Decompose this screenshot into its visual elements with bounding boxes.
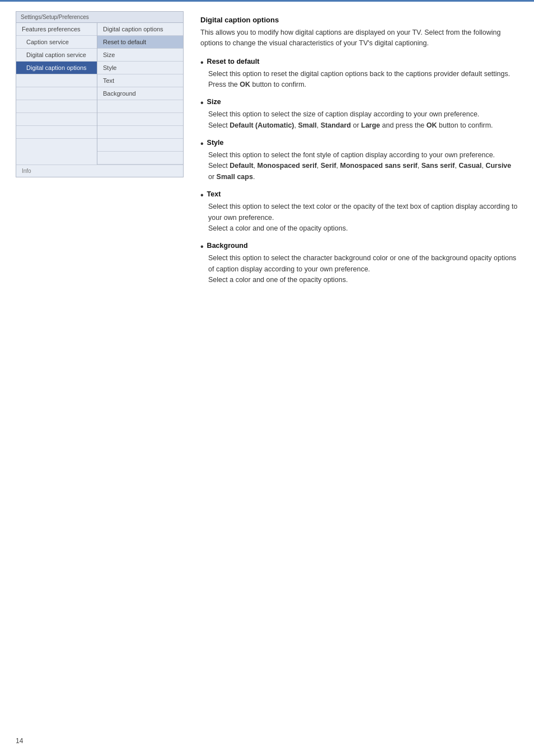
bullet-label-style: Style [207, 139, 224, 147]
menu-left-column: Features preferences Caption service Dig… [16, 23, 97, 165]
bullet-background: • Background Select this option to selec… [200, 242, 518, 285]
bullet-label-size: Size [207, 98, 221, 106]
bullet-size: • Size Select this option to select the … [200, 98, 518, 131]
menu-right-item-size[interactable]: Size [97, 49, 183, 62]
menu-right-empty-1 [97, 100, 183, 113]
menu-info: Info [16, 165, 183, 177]
left-menu-panel: Settings/Setup/Preferences Features pref… [16, 11, 184, 293]
bullet-body-text: Select this option to select the text co… [208, 201, 518, 234]
menu-item-features[interactable]: Features preferences [16, 23, 97, 36]
bullet-dot-1: • [200, 58, 204, 67]
menu-right-empty-2 [97, 113, 183, 126]
bullet-dot-5: • [200, 242, 204, 251]
bullet-body-size: Select this option to select the size of… [208, 109, 518, 131]
menu-item-empty-4 [16, 113, 97, 126]
menu-right-item-background[interactable]: Background [97, 87, 183, 100]
page-title: Digital caption options [200, 16, 518, 24]
bullet-dot-2: • [200, 98, 204, 107]
bullet-body-reset: Select this option to reset the digital … [208, 69, 518, 91]
menu-item-digital-caption-options[interactable]: Digital caption options [16, 62, 97, 74]
bullet-dot-4: • [200, 191, 204, 200]
bullet-text: • Text Select this option to select the … [200, 190, 518, 234]
bullet-label-background: Background [207, 242, 248, 250]
bullet-label-reset: Reset to default [207, 58, 260, 65]
menu-right-empty-5 [97, 152, 183, 165]
page-number: 14 [16, 737, 23, 745]
top-border-line [0, 0, 534, 2]
bullet-body-background: Select this option to select the charact… [208, 253, 518, 285]
menu-item-empty-2 [16, 87, 97, 100]
menu-item-caption-service[interactable]: Caption service [16, 36, 97, 49]
menu-right-column: Digital caption options Reset to default… [97, 23, 183, 165]
right-content-panel: Digital caption options This allows you … [200, 11, 518, 293]
menu-box: Settings/Setup/Preferences Features pref… [16, 11, 184, 177]
menu-item-empty-1 [16, 74, 97, 87]
menu-item-empty-5 [16, 126, 97, 139]
menu-right-item-reset[interactable]: Reset to default [97, 36, 183, 49]
intro-paragraph: This allows you to modify how digital ca… [200, 27, 518, 49]
menu-breadcrumb: Settings/Setup/Preferences [16, 12, 183, 23]
menu-item-empty-3 [16, 100, 97, 113]
menu-right-item-text[interactable]: Text [97, 74, 183, 87]
menu-right-item-digital-caption-options[interactable]: Digital caption options [97, 23, 183, 36]
bullet-label-text: Text [207, 190, 221, 198]
menu-right-empty-3 [97, 126, 183, 139]
menu-right-empty-4 [97, 139, 183, 152]
bullet-reset: • Reset to default Select this option to… [200, 58, 518, 91]
bullet-dot-3: • [200, 139, 204, 148]
bullet-style: • Style Select this option to select the… [200, 139, 518, 182]
menu-item-digital-caption-service[interactable]: Digital caption service [16, 49, 97, 62]
bullet-body-style: Select this option to select the font st… [208, 150, 518, 182]
menu-right-item-style[interactable]: Style [97, 62, 183, 74]
